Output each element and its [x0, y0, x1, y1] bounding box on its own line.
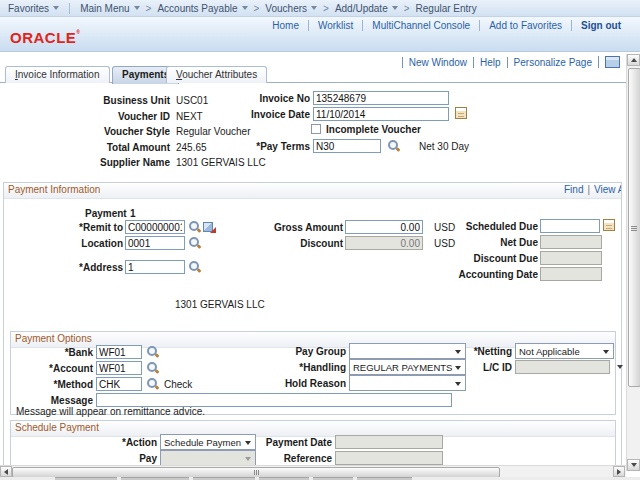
breadcrumb-main-menu[interactable]: Main Menu	[80, 3, 139, 14]
scheduled-due-label: Scheduled Due	[428, 221, 538, 233]
gross-amount-input[interactable]	[345, 220, 423, 234]
breadcrumb-regular-entry-label: Regular Entry	[416, 3, 477, 14]
horizontal-scrollbar[interactable]	[0, 465, 626, 477]
arrow-left-icon	[4, 469, 8, 475]
breadcrumb-separator: >	[254, 3, 260, 14]
chevron-down-icon	[134, 6, 140, 10]
discount-label: Discount	[263, 238, 343, 250]
remit-to-input[interactable]	[125, 220, 185, 234]
supplier-detail-icon[interactable]	[203, 221, 216, 233]
address-line-1: 1301 GERVAIS LLC	[175, 299, 298, 310]
link-multichannel-console[interactable]: MultiChannel Console	[362, 20, 479, 31]
tab-voucher-attributes[interactable]: Voucher Attributes	[166, 66, 267, 83]
breadcrumb-accounts-payable[interactable]: Accounts Payable	[157, 3, 247, 14]
netting-value: Not Applicable	[519, 346, 580, 357]
view-all-link[interactable]: View All	[594, 184, 621, 195]
incomplete-voucher-checkbox[interactable]	[311, 124, 321, 134]
payment-information-header: Payment Information Find|View All	[4, 183, 621, 199]
invoice-no-input[interactable]	[313, 91, 449, 105]
voucher-style-value: Regular Voucher	[176, 126, 251, 138]
peoplesoft-voucher-page: Favorites Main Menu > Accounts Payable >…	[0, 0, 640, 480]
arrow-down-icon	[631, 463, 637, 467]
address-lookup-icon[interactable]	[188, 260, 201, 273]
link-worklist[interactable]: Worklist	[308, 20, 362, 31]
total-amount-label: Total Amount	[60, 142, 170, 154]
scroll-up-button[interactable]	[627, 54, 640, 66]
breadcrumb-separator: >	[323, 3, 329, 14]
link-new-window[interactable]: New Window	[402, 57, 473, 68]
breadcrumb: Favorites Main Menu > Accounts Payable >…	[0, 0, 640, 17]
supplier-name-label: Supplier Name	[60, 157, 170, 169]
bank-label: *Bank	[13, 347, 93, 359]
invoice-date-calendar-icon[interactable]	[455, 107, 467, 119]
breadcrumb-favorites[interactable]: Favorites	[8, 3, 59, 14]
address-input[interactable]	[125, 260, 185, 274]
method-lookup-icon[interactable]	[146, 377, 159, 390]
lc-id-input	[515, 360, 610, 374]
tab-invoice-information-label: nvoice Information	[18, 69, 100, 80]
chevron-down-icon	[242, 6, 248, 10]
breadcrumb-add-update[interactable]: Add/Update	[335, 3, 398, 14]
remit-to-lookup-icon[interactable]	[188, 220, 201, 233]
link-personalize-page[interactable]: Personalize Page	[507, 57, 598, 68]
netting-select[interactable]: Not Applicable	[515, 343, 614, 359]
location-input[interactable]	[125, 236, 185, 250]
lc-id-dropdown-arrow-icon[interactable]	[617, 365, 623, 369]
scroll-left-button[interactable]	[0, 466, 12, 477]
payment-information-title: Payment Information	[8, 184, 100, 195]
discount-due-input	[540, 251, 602, 265]
vertical-scroll-thumb[interactable]	[628, 68, 640, 387]
link-add-to-favorites[interactable]: Add to Favorites	[479, 20, 571, 31]
voucher-style-label: Voucher Style	[60, 126, 170, 138]
method-input[interactable]	[96, 377, 142, 391]
net-due-label: Net Due	[428, 237, 538, 249]
tab-voucher-attributes-label: oucher Attributes	[182, 69, 257, 80]
voucher-id-label: Voucher ID	[60, 111, 170, 123]
pay-terms-input[interactable]	[313, 139, 381, 153]
discount-due-label: Discount Due	[428, 253, 538, 265]
invoice-no-label: Invoice No	[190, 93, 310, 105]
find-link[interactable]: Find	[564, 184, 583, 195]
hold-reason-select[interactable]	[349, 375, 466, 391]
bank-lookup-icon[interactable]	[146, 345, 159, 358]
breadcrumb-main-menu-label: Main Menu	[80, 3, 129, 14]
discount-input	[345, 236, 423, 250]
account-input[interactable]	[96, 361, 142, 375]
pay-terms-lookup-icon[interactable]	[387, 139, 400, 152]
breadcrumb-add-update-label: Add/Update	[335, 3, 388, 14]
breadcrumb-regular-entry: Regular Entry	[416, 3, 477, 14]
invoice-date-input[interactable]	[313, 107, 449, 121]
copy-url-icon[interactable]	[598, 56, 620, 68]
bank-input[interactable]	[96, 345, 142, 359]
payment-date-input	[335, 435, 443, 449]
tab-invoice-information[interactable]: Invoice Information	[5, 66, 110, 83]
pay-group-label: Pay Group	[256, 346, 346, 358]
message-input[interactable]	[96, 393, 452, 407]
action-label: *Action	[75, 437, 157, 449]
payment-date-label: Payment Date	[240, 437, 332, 449]
address-label: *Address	[43, 262, 123, 274]
scroll-right-button[interactable]	[613, 466, 625, 477]
scheduled-due-calendar-icon[interactable]	[603, 219, 615, 231]
location-lookup-icon[interactable]	[188, 236, 201, 249]
incomplete-voucher-label: Incomplete Voucher	[326, 124, 421, 136]
accounting-date-label: Accounting Date	[428, 269, 538, 281]
link-home[interactable]: Home	[263, 20, 308, 31]
gross-amount-label: Gross Amount	[263, 222, 343, 234]
payment-row-label: Payment	[85, 208, 127, 220]
links-separator: |	[587, 184, 590, 195]
link-sign-out[interactable]: Sign out	[571, 20, 630, 31]
scheduled-due-input[interactable]	[540, 219, 600, 233]
chevron-down-icon	[392, 6, 398, 10]
vertical-scrollbar[interactable]	[626, 54, 640, 471]
pay-label: Pay	[75, 453, 157, 465]
breadcrumb-vouchers[interactable]: Vouchers	[265, 3, 317, 14]
scroll-down-button[interactable]	[627, 459, 640, 471]
breadcrumb-separator: >	[146, 3, 152, 14]
oracle-logo: ORACLE	[10, 29, 81, 46]
account-lookup-icon[interactable]	[146, 361, 159, 374]
link-help[interactable]: Help	[473, 57, 507, 68]
breadcrumb-accounts-payable-label: Accounts Payable	[157, 3, 237, 14]
tab-payments-label: Payments	[122, 69, 169, 80]
payment-options-title: Payment Options	[15, 333, 92, 344]
